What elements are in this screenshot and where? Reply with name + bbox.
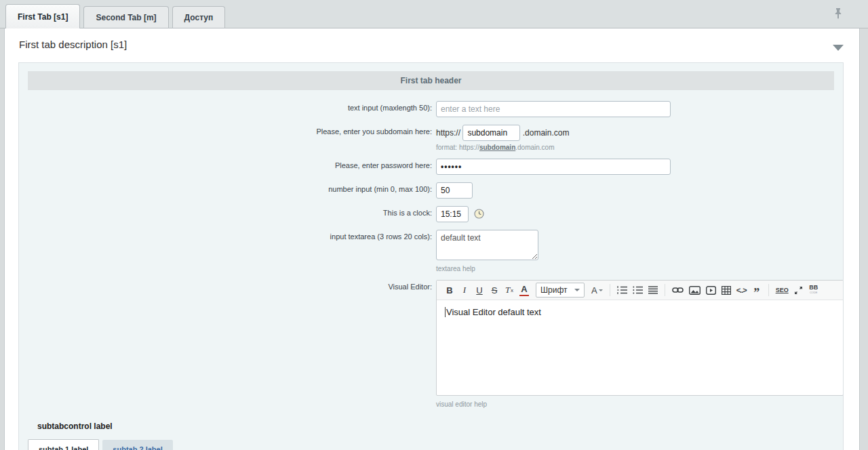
chevron-down-icon [574, 289, 580, 291]
form-row-text: text input (maxlength 50): [28, 101, 834, 117]
bold-button[interactable]: B [445, 284, 454, 296]
ordered-list-button[interactable] [617, 284, 627, 296]
image-button[interactable] [689, 284, 701, 296]
video-button[interactable] [706, 284, 716, 296]
form-header: First tab header [28, 71, 834, 90]
text-input-label: text input (maxlength 50): [28, 101, 436, 117]
tab-first[interactable]: First Tab [s1] [5, 4, 80, 28]
font-size-dropdown[interactable]: A [591, 284, 603, 296]
subdomain-prefix: https:// [436, 128, 460, 138]
bbcode-button[interactable]: BB CODE [809, 284, 818, 296]
description-row: First tab description [s1] [5, 28, 859, 59]
subtab-1[interactable]: subtab 1 label [28, 439, 99, 450]
form-row-editor: Visual Editor: B I U S Tx A Шрифт A [28, 280, 834, 408]
form-row-subdomain: Please, enter you subdomain here: https:… [28, 125, 834, 151]
textarea-label: input textarea (3 rows 20 cols): [28, 230, 436, 272]
justify-button[interactable] [648, 284, 658, 296]
bullet-list-button[interactable] [633, 284, 643, 296]
form-row-number: number input (min 0, max 100): [28, 182, 834, 199]
textarea-help: textarea help [436, 265, 538, 272]
form-panel: First tab header text input (maxlength 5… [18, 62, 844, 450]
content-panel: First tab description [s1] First tab hea… [4, 28, 860, 450]
quote-button[interactable]: ” [752, 284, 762, 296]
visual-editor: B I U S Tx A Шрифт A [436, 280, 844, 396]
visual-editor-help: visual editor help [436, 401, 844, 408]
table-button[interactable] [722, 284, 731, 296]
remove-format-button[interactable]: Tx [505, 284, 514, 296]
underline-button[interactable]: U [475, 284, 484, 296]
code-button[interactable]: <..> [736, 284, 747, 296]
clock-label: This is a clock: [28, 206, 436, 222]
subtab-heading: subtabcontrol label [37, 422, 834, 431]
subdomain-input[interactable] [462, 125, 520, 141]
subtab-bar: subtab 1 label subtab 2 label [28, 439, 834, 450]
clock-input[interactable] [436, 206, 469, 222]
subdomain-label: Please, enter you subdomain here: [28, 125, 436, 151]
page: First Tab [s1] Second Tab [m] Доступ Fir… [0, 0, 868, 450]
password-input[interactable] [436, 159, 671, 175]
editor-toolbar: B I U S Tx A Шрифт A [437, 281, 843, 300]
textarea-input[interactable]: default text [436, 230, 538, 260]
visual-editor-label: Visual Editor: [28, 280, 436, 408]
password-label: Please, enter password here: [28, 159, 436, 175]
chevron-down-icon [599, 289, 603, 291]
toolbar-separator [610, 284, 610, 296]
link-button[interactable] [672, 284, 684, 296]
form-row-clock: This is a clock: [28, 206, 834, 222]
fullscreen-button[interactable] [794, 284, 804, 296]
form-row-password: Please, enter password here: [28, 159, 834, 175]
toolbar-separator [768, 284, 769, 296]
italic-button[interactable]: I [460, 284, 469, 296]
main-tab-bar: First Tab [s1] Second Tab [m] Доступ [0, 0, 868, 28]
font-dropdown[interactable]: Шрифт [536, 283, 585, 298]
seo-button[interactable]: SEO [776, 284, 789, 296]
form-row-textarea: input textarea (3 rows 20 cols): default… [28, 230, 834, 272]
editor-content[interactable]: Visual Editor default text [437, 300, 843, 395]
text-color-button[interactable]: A [519, 284, 529, 296]
tab-access[interactable]: Доступ [172, 6, 226, 28]
page-title: First tab description [s1] [19, 39, 127, 50]
toolbar-separator [665, 284, 665, 296]
number-input[interactable] [436, 182, 473, 199]
subdomain-suffix: .domain.com [523, 128, 570, 138]
strikethrough-button[interactable]: S [490, 284, 499, 296]
tab-second[interactable]: Second Tab [m] [83, 6, 168, 28]
subtab-2[interactable]: subtab 2 label [102, 440, 172, 450]
subdomain-help: format: https://subdomain.domain.com [436, 144, 569, 151]
clock-icon[interactable] [474, 209, 484, 221]
subtab-control: subtabcontrol label subtab 1 label subta… [28, 422, 834, 450]
collapse-arrow-icon[interactable] [833, 45, 844, 51]
pin-icon[interactable] [833, 7, 844, 20]
number-label: number input (min 0, max 100): [28, 182, 436, 199]
text-input[interactable] [436, 101, 671, 117]
